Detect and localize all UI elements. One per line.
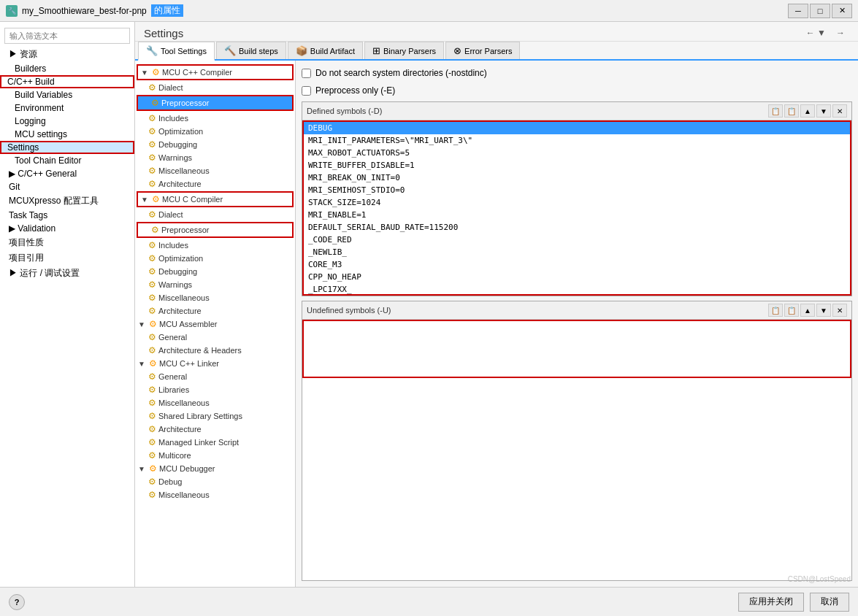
defined-symbol-item[interactable]: STACK_SIZE=1024 [304, 196, 850, 209]
defined-symbol-item[interactable]: MAX_ROBOT_ACTUATORS=5 [304, 147, 850, 159]
nav-item-logging[interactable]: Logging [0, 115, 134, 128]
nav-item-validation[interactable]: ▶ Validation [0, 222, 134, 235]
undef-add-file-btn[interactable]: 📋 [768, 304, 783, 317]
tree-node-optimization-c[interactable]: ⚙Optimization [135, 252, 295, 265]
defined-symbol-item[interactable]: CPP_NO_HEAP [304, 271, 850, 283]
nav-item-mcu-settings[interactable]: MCU settings [0, 128, 134, 141]
defined-symbol-item[interactable]: CORE_M3 [304, 258, 850, 271]
close-button[interactable]: ✕ [832, 4, 852, 18]
tree-node-mcu-debugger[interactable]: ▼⚙MCU Debugger [135, 462, 295, 475]
tree-node-multicore-linker[interactable]: ⚙Multicore [135, 449, 295, 462]
tab-binary-parsers[interactable]: ⊞Binary Parsers [364, 42, 444, 59]
defined-symbols-list[interactable]: DEBUGMRI_INIT_PARAMETERS=\"MRI_UART_3\"M… [302, 120, 851, 296]
tree-node-debug-debugger[interactable]: ⚙Debug [135, 475, 295, 488]
undef-add-btn[interactable]: 📋 [784, 304, 799, 317]
nav-item-builders[interactable]: Builders [0, 62, 134, 75]
nav-item-run-debug[interactable]: ▶ 运行 / 调试设置 [0, 266, 134, 281]
defined-symbol-item[interactable]: WRITE_BUFFER_DISABLE=1 [304, 159, 850, 172]
tab-tool-settings[interactable]: 🔧Tool Settings [138, 42, 215, 61]
node-label-mcu-cpp-linker: MCU C++ Linker [159, 359, 219, 368]
defined-symbol-item[interactable]: MRI_BREAK_ON_INIT=0 [304, 172, 850, 184]
tree-node-includes-cpp[interactable]: ⚙Includes [135, 112, 295, 125]
undef-up-btn[interactable]: ▲ [800, 304, 815, 317]
apply-close-button[interactable]: 应用并关闭 [738, 593, 804, 612]
tree-node-mcu-cpp-compiler[interactable]: ▼⚙MCU C++ Compiler [137, 64, 294, 80]
expander-mcu-c-compiler: ▼ [141, 196, 150, 204]
undef-down-btn[interactable]: ▼ [816, 304, 831, 317]
tree-node-shared-lib-linker[interactable]: ⚙Shared Library Settings [135, 409, 295, 423]
tree-node-mcu-cpp-linker[interactable]: ▼⚙MCU C++ Linker [135, 357, 295, 370]
sym-add-file-btn[interactable]: 📋 [768, 104, 783, 118]
undefined-symbols-header: Undefined symbols (-U) 📋 📋 ▲ ▼ ✕ [302, 301, 851, 320]
nav-item-cpp-general[interactable]: ▶ C/C++ General [0, 167, 134, 180]
cancel-button[interactable]: 取消 [810, 593, 849, 612]
sym-delete-btn[interactable]: ✕ [832, 104, 847, 118]
tree-node-mcu-c-compiler[interactable]: ▼⚙MCU C Compiler [137, 191, 294, 207]
node-icon-debug-debugger: ⚙ [148, 477, 156, 487]
nav-item-environment[interactable]: Environment [0, 101, 134, 115]
tree-node-managed-linker[interactable]: ⚙Managed Linker Script [135, 436, 295, 449]
defined-symbol-item[interactable]: _LPC17XX_ [304, 283, 850, 296]
sym-down-btn[interactable]: ▼ [816, 104, 831, 118]
tree-node-preprocessor-c[interactable]: ⚙Preprocessor [137, 222, 294, 238]
tree-node-warnings-cpp[interactable]: ⚙Warnings [135, 151, 295, 164]
tree-node-miscellaneous-cpp[interactable]: ⚙Miscellaneous [135, 164, 295, 177]
help-button[interactable]: ? [9, 594, 25, 610]
tree-node-architecture-c[interactable]: ⚙Architecture [135, 304, 295, 317]
tree-node-includes-c[interactable]: ⚙Includes [135, 239, 295, 252]
minimize-button[interactable]: ─ [788, 4, 808, 18]
tab-error-parsers[interactable]: ⊗Error Parsers [445, 42, 520, 59]
sym-add-btn[interactable]: 📋 [784, 104, 799, 118]
tab-build-artifact[interactable]: 📦Build Artifact [288, 42, 363, 59]
search-input[interactable] [4, 28, 130, 44]
undef-delete-btn[interactable]: ✕ [832, 304, 847, 317]
tree-node-optimization-cpp[interactable]: ⚙Optimization [135, 125, 295, 138]
sym-up-btn[interactable]: ▲ [800, 104, 815, 118]
nav-item-project-ref[interactable]: 项目引用 [0, 250, 134, 266]
nav-item-cpp-build[interactable]: C/C++ Build [0, 75, 134, 88]
tree-node-general-asm[interactable]: ⚙General [135, 331, 295, 344]
defined-symbol-item[interactable]: MRI_SEMIHOST_STDIO=0 [304, 184, 850, 196]
checkbox-nostdinc[interactable] [302, 69, 311, 78]
tree-node-general-linker[interactable]: ⚙General [135, 370, 295, 383]
tree-node-dialect-c[interactable]: ⚙Dialect [135, 208, 295, 221]
tab-build-steps[interactable]: 🔨Build steps [216, 42, 286, 59]
defined-symbol-item[interactable]: MRI_INIT_PARAMETERS=\"MRI_UART_3\" [304, 134, 850, 147]
maximize-button[interactable]: □ [810, 4, 830, 18]
node-icon-includes-c: ⚙ [148, 240, 156, 250]
nav-item-resources[interactable]: ▶ 资源 [0, 47, 134, 62]
tree-node-warnings-c[interactable]: ⚙Warnings [135, 278, 295, 291]
nav-item-project-quality[interactable]: 项目性质 [0, 235, 134, 250]
tree-node-mcu-assembler[interactable]: ▼⚙MCU Assembler [135, 317, 295, 331]
node-icon-libraries-linker: ⚙ [148, 385, 156, 395]
nav-item-mcuxpresso[interactable]: MCUXpresso 配置工具 [0, 193, 134, 209]
tree-node-debugging-c[interactable]: ⚙Debugging [135, 265, 295, 278]
tree-node-libraries-linker[interactable]: ⚙Libraries [135, 383, 295, 396]
tree-node-arch-headers-asm[interactable]: ⚙Architecture & Headers [135, 344, 295, 357]
nav-item-git[interactable]: Git [0, 180, 134, 193]
nav-item-build-variables[interactable]: Build Variables [0, 88, 134, 101]
tree-node-miscellaneous-debugger[interactable]: ⚙Miscellaneous [135, 488, 295, 501]
undefined-symbols-list[interactable] [302, 320, 851, 378]
defined-symbol-item[interactable]: _NEWLIB_ [304, 246, 850, 258]
tabs-bar: 🔧Tool Settings🔨Build steps📦Build Artifac… [135, 42, 858, 61]
tree-node-architecture-linker[interactable]: ⚙Architecture [135, 423, 295, 436]
defined-symbol-item[interactable]: DEFAULT_SERIAL_BAUD_RATE=115200 [304, 221, 850, 234]
nav-forward-icon[interactable]: → [832, 26, 849, 39]
tree-node-preprocessor-cpp[interactable]: ⚙Preprocessor [137, 95, 294, 111]
nav-back-icon[interactable]: ← ▼ [802, 26, 830, 39]
nav-item-settings[interactable]: Settings [0, 141, 134, 154]
checkbox-preprocess[interactable] [302, 86, 311, 96]
defined-symbol-item[interactable]: DEBUG [304, 122, 850, 134]
settings-nav: ← ▼ → [802, 26, 849, 39]
nav-item-tool-chain-editor[interactable]: Tool Chain Editor [0, 154, 134, 167]
tree-node-miscellaneous-c[interactable]: ⚙Miscellaneous [135, 291, 295, 304]
defined-symbol-item[interactable]: MRI_ENABLE=1 [304, 209, 850, 221]
nav-item-task-tags[interactable]: Task Tags [0, 209, 134, 222]
tree-node-miscellaneous-linker[interactable]: ⚙Miscellaneous [135, 396, 295, 409]
node-icon-optimization-c: ⚙ [148, 253, 156, 263]
tree-node-debugging-cpp[interactable]: ⚙Debugging [135, 138, 295, 151]
tree-node-dialect[interactable]: ⚙Dialect [135, 81, 295, 94]
defined-symbol-item[interactable]: _CODE_RED [304, 234, 850, 246]
tree-node-architecture-cpp[interactable]: ⚙Architecture [135, 177, 295, 190]
